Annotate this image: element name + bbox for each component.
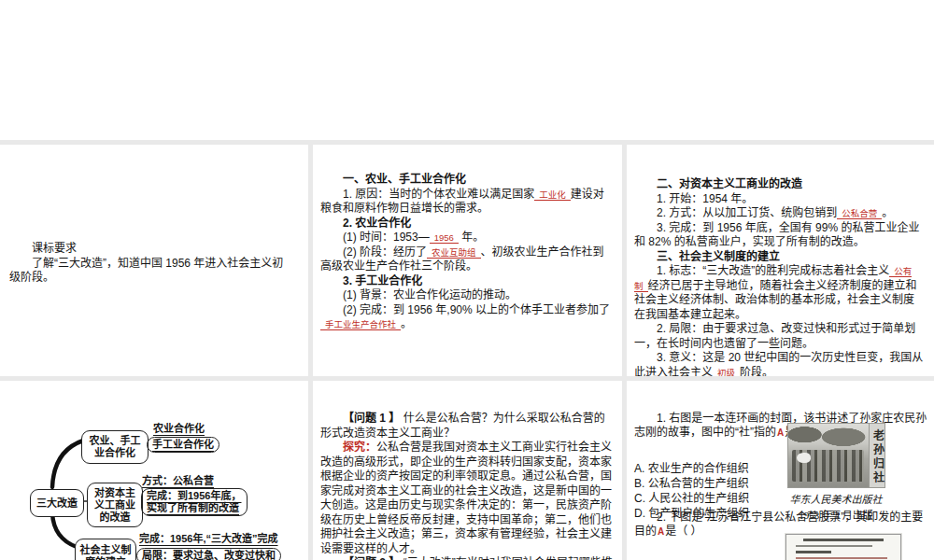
- comic-cover-image: 老孙归社: [787, 423, 885, 488]
- mindmap-root-node: 三大改造: [30, 489, 84, 517]
- text-line: 【问题 1 】 什么是公私合营？为什么采取公私合营的形式改造资本主义工商业？: [320, 412, 614, 441]
- text-run: 3. 意义：这是 20 世纪中国的一次历史性巨变，我国从此进入社会主义: [634, 351, 923, 376]
- comic-vertical-title: 老孙归社: [869, 424, 884, 487]
- mindmap-branch-label: 对资本主义工商业的改造: [91, 487, 139, 524]
- text-run: (2) 阶段：经历了: [343, 245, 427, 259]
- fill-in-answer: 工业化: [534, 189, 571, 201]
- bold-text-run: 一、农业、手工业合作化: [343, 173, 466, 186]
- fill-in-answer: 公私合营: [837, 208, 882, 219]
- text-line: 2. 农业合作化: [320, 217, 613, 231]
- text-line: 1. 开始：1954 年。: [634, 192, 925, 207]
- stock-certificate-image: [785, 534, 901, 560]
- text-run: 3. 完成：到 1956 年底，全国有 99% 的私营工业企业和 82% 的私营…: [634, 221, 919, 249]
- text-line: 探究：公私合营是我国对资本主义工商业实行社会主义改造的高级形式，即企业的生产资料…: [320, 441, 614, 556]
- course-objectives-heading: 课标要求: [9, 242, 290, 257]
- text-line: 3. 完成：到 1956 年底，全国有 99% 的私营工业企业和 82% 的私营…: [634, 221, 925, 250]
- stock-certificate-art: [796, 545, 872, 547]
- stock-certificate-art: [796, 551, 831, 553]
- bold-text-run: 3. 手工业合作化: [343, 274, 422, 287]
- mindmap-branch-label: 社会主义制度的建立: [78, 544, 133, 560]
- text-run: 1. 标志：“三大改造”的胜利完成标志着社会主义: [657, 264, 889, 277]
- slide-outline-agriculture-handicraft[interactable]: 一、农业、手工业合作化1. 原因：当时的个体农业难以满足国家工业化建设对粮食和原…: [313, 145, 622, 376]
- bold-text-run: 二、对资本主义工商业的改造: [657, 177, 802, 190]
- mindmap-leaf: 完成：到1956年底，实现了所有制的改造: [141, 488, 248, 516]
- text-line: 二、对资本主义工商业的改造: [634, 177, 925, 192]
- fill-in-answer: 手工业生产合作社: [320, 319, 401, 330]
- bold-text-run: 2. 农业合作化: [343, 217, 411, 230]
- text-line: 2. 局限：由于要求过急、改变过快和形式过于简单划一，在长时间内也遗留了一些问题…: [634, 322, 925, 351]
- fill-in-answer: 农业互助组: [427, 247, 481, 259]
- text-run: (1) 时间：1953—: [343, 231, 430, 244]
- text-run: (2) 完成：到 1956 年,90% 以上的个体手工业者参加了: [343, 303, 610, 316]
- slide-grid: 课标要求 了解“三大改造”，知道中国 1956 年进入社会主义初级阶段。 一、农…: [0, 145, 934, 560]
- comic-trees-art: [788, 424, 870, 448]
- option-item: A. 农业生产的合作组织: [634, 462, 749, 476]
- answer-mark: A: [658, 526, 664, 537]
- mindmap-branch-label: 农业、手工业合作化: [85, 435, 145, 459]
- text-run: 公私合营是我国对资本主义工商业实行社会主义改造的高级形式，即企业的生产资料转归国…: [320, 441, 612, 555]
- fill-in-answer: 1956: [430, 232, 459, 244]
- text-line: 【问题 2 】 “三大改造”在当时对我国社会发展起哪些推动作用？: [320, 556, 614, 560]
- text-run: 。: [401, 317, 412, 330]
- bold-text-run: 【问题 2 】: [343, 556, 400, 560]
- mindmap-leaf: 手工业合作化: [147, 437, 219, 453]
- mindmap-root-label: 三大改造: [36, 497, 78, 510]
- blank-slide-area: [0, 0, 934, 140]
- comic-horse-art: [797, 453, 811, 463]
- mindmap-leaf: 方式：公私合营: [142, 475, 214, 487]
- text-run: 1. 开始：1954 年。: [657, 192, 753, 205]
- slide-exercises[interactable]: 1. 右图是一本连环画的封面，该书讲述了孙家庄农民孙志刚的故事，图中的“社”指的…: [627, 381, 934, 560]
- text-run: 经济已居于主导地位，随着社会主义经济制度的建立和社会主义经济体制、政治体制的基本…: [634, 279, 917, 321]
- text-line: 3. 意义：这是 20 世纪中国的一次历史性巨变，我国从此进入社会主义初级阶段。: [634, 351, 925, 376]
- mindmap-leaf: 完成：1956年,“三大改造”完成: [139, 533, 286, 545]
- mindmap-branch-socialist-system: 社会主义制度的建立: [75, 539, 136, 560]
- text-line: 一、农业、手工业合作化: [320, 173, 613, 188]
- text-run: 阶段。: [740, 366, 773, 377]
- option-item: C. 人民公社的生产组织: [634, 492, 749, 506]
- text-run: 2. 方式：从以加工订货、统购包销到: [657, 206, 837, 219]
- slide-outline-commerce-socialism[interactable]: 二、对资本主义工商业的改造1. 开始：1954 年。2. 方式：从以加工订货、统…: [627, 145, 934, 376]
- text-line: 3. 手工业合作化: [320, 274, 613, 289]
- text-run: 。: [882, 206, 893, 219]
- text-line: (2) 阶段：经历了农业互助组、初级农业生产合作社到高级农业生产合作社三个阶段。: [320, 245, 613, 274]
- mindmap-leaf: 局限：要求过急、改变过快和: [136, 548, 281, 560]
- text-line: 2. 方式：从以加工订货、统购包销到公私合营。: [634, 206, 925, 221]
- slide-discussion-questions[interactable]: 【问题 1 】 什么是公私合营？为什么采取公私合营的形式改造资本主义工商业？探究…: [313, 381, 622, 560]
- comic-book-cover-figure: 老孙归社 华东人民美术出版社 1953 年 4 月出版: [784, 423, 888, 522]
- slide-mindmap[interactable]: 三大改造 农业、手工业合作化 农业合作化 手工业合作化 对资本主义工商业的改造 …: [0, 381, 308, 560]
- bold-text-run: 三、社会主义制度的建立: [657, 250, 780, 263]
- text-run: 1. 原因：当时的个体农业难以满足国家: [343, 188, 534, 201]
- text-line: 1. 标志：“三大改造”的胜利完成标志着社会主义公有制经济已居于主导地位，随着社…: [634, 264, 925, 322]
- text-line: (1) 背景：农业合作化运动的推动。: [320, 288, 613, 303]
- text-line: (1) 时间：1953—1956 年。: [320, 231, 613, 245]
- slide-course-objectives[interactable]: 课标要求 了解“三大改造”，知道中国 1956 年进入社会主义初级阶段。: [0, 145, 308, 376]
- option-item: B. 公私合营的生产组织: [634, 477, 749, 491]
- red-label: 探究：: [343, 441, 376, 454]
- text-line: 1. 原因：当时的个体农业难以满足国家工业化建设对粮食和原料作物日益增长的需求。: [320, 188, 613, 217]
- fill-in-answer: 初级: [713, 368, 740, 377]
- text-run: (1) 背景：农业合作化运动的推动。: [343, 288, 517, 301]
- text-run: 年。: [459, 231, 484, 244]
- text-run: 是（ ）: [665, 525, 701, 538]
- text-line: (2) 完成：到 1956 年,90% 以上的个体手工业者参加了手工业生产合作社…: [320, 303, 613, 332]
- text-run: 2. 局限：由于要求过急、改变过快和形式过于简单划一，在长时间内也遗留了一些问题…: [634, 322, 915, 350]
- mindmap-branch-agriculture: 农业、手工业合作化: [81, 430, 149, 464]
- stock-certificate-art: [803, 539, 884, 541]
- course-objectives-body: 了解“三大改造”，知道中国 1956 年进入社会主义初级阶段。: [9, 257, 290, 286]
- bold-text-run: 【问题 1 】: [343, 412, 400, 425]
- comic-publisher-caption: 华东人民美术出版社: [784, 493, 888, 507]
- mindmap-branch-commerce: 对资本主义工商业的改造: [87, 483, 143, 527]
- text-line: 三、社会主义制度的建立: [634, 250, 925, 265]
- stock-certificate-art: [796, 557, 887, 559]
- mindmap-leaf: 农业合作化: [153, 423, 223, 435]
